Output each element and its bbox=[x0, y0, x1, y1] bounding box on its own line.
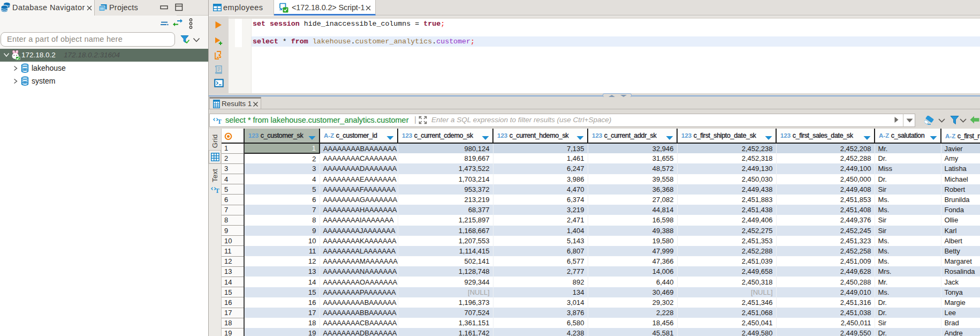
svg-text:T: T bbox=[217, 118, 222, 125]
svg-text:T: T bbox=[215, 187, 219, 194]
